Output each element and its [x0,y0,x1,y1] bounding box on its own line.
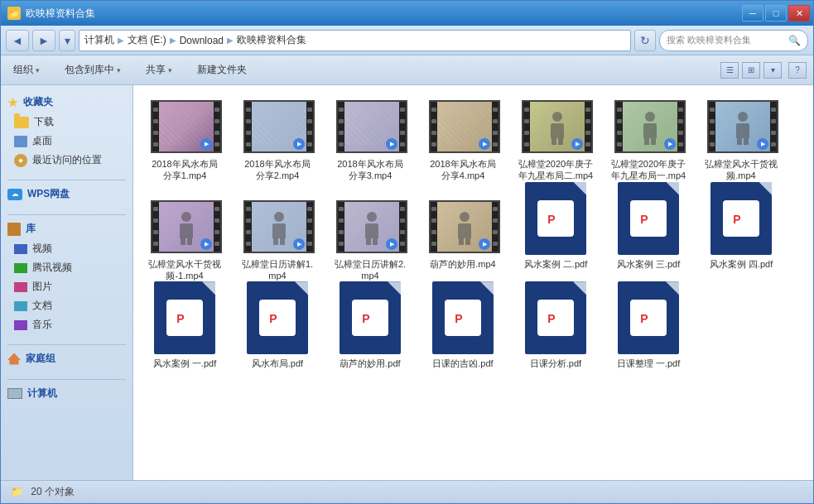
view-options-button[interactable]: ▾ [763,62,782,79]
file-name-label: 风水案例 二.pdf [524,258,587,270]
file-item[interactable]: ▶ 弘樟堂风水干货视频-1.mp4 [143,195,226,286]
file-item[interactable]: ▶ 2018年风水布局 分享2.mp4 [236,95,319,185]
minimize-button[interactable]: ─ [742,5,763,22]
play-icon: ▶ [479,238,490,250]
play-icon: ▶ [200,138,212,150]
file-item[interactable]: P 日课分析.pdf [514,295,597,372]
back-button[interactable]: ◄ [6,30,29,51]
wps-label: WPS网盘 [27,187,70,201]
file-item[interactable]: ▶ 弘樟堂2020年庚子年九星布局一.mp4 [607,95,690,185]
svg-text:P: P [547,312,555,325]
search-icon[interactable]: 🔍 [788,35,801,46]
file-item[interactable]: ▶ 2018年风水布局 分享3.mp4 [329,95,412,185]
wps-header[interactable]: ☁ WPS网盘 [1,184,132,204]
film-strip-left-icon [338,202,344,252]
pdf-thumbnail: P [704,199,778,255]
list-view-button[interactable]: ☰ [720,62,739,79]
library-header[interactable]: 库 [1,218,132,239]
file-item[interactable]: ▶ 2018年风水布局 分享4.mp4 [421,95,504,185]
sidebar-item-pictures[interactable]: 图片 [1,277,132,296]
breadcrumb-item-computer[interactable]: 计算机 [84,33,114,47]
play-icon: ▶ [571,138,583,150]
file-name-label: 日课整理 一.pdf [617,358,680,369]
homegroup-header[interactable]: 家庭组 [1,348,132,369]
divider-3 [7,344,126,345]
close-button[interactable]: ✕ [788,5,810,22]
file-item[interactable]: P 风水案例 四.pdf [700,195,783,286]
file-item[interactable]: ▶ 2018年风水布局 分享1.mp4 [143,95,226,185]
pdf-logo: P [166,300,203,336]
svg-text:P: P [362,312,369,325]
sidebar-item-music[interactable]: 音乐 [1,315,132,334]
video-thumbnail: ▶ [426,98,500,155]
film-strip-left-icon [245,102,252,151]
film-strip-right-icon [492,202,499,252]
library-section: 库 视频 腾讯视频 图片 文档 [1,218,132,334]
file-item[interactable]: P 风水布局.pdf [236,295,319,372]
details-view-button[interactable]: ⊞ [742,62,760,79]
file-item[interactable]: P 风水案例 三.pdf [607,195,690,286]
forward-button[interactable]: ► [32,30,55,51]
dropdown-button[interactable]: ▾ [59,30,75,51]
file-name-label: 2018年风水布局 分享1.mp4 [152,158,217,182]
include-library-button[interactable]: 包含到库中 ▾ [59,60,127,80]
sidebar-item-desktop[interactable]: 桌面 [1,132,132,151]
file-item[interactable]: P 日课整理 一.pdf [607,295,690,372]
refresh-button[interactable]: ↻ [634,30,656,51]
file-grid: ▶ 2018年风水布局 分享1.mp4 ▶ 2018年风水布局 分享2.mp4 [143,95,803,372]
file-item[interactable]: P 日课的吉凶.pdf [421,295,504,372]
pdf-logo: P [630,200,667,237]
share-label: 共享 [146,63,166,77]
file-item[interactable]: P 风水案例 一.pdf [143,295,226,372]
file-name-label: 葫芦的妙用.pdf [340,358,400,369]
sidebar-item-tencent-video[interactable]: 腾讯视频 [1,258,132,277]
sidebar-item-downloads[interactable]: 下载 [1,113,132,132]
documents-icon [14,301,27,311]
file-name-label: 弘樟堂日历讲解1.mp4 [239,258,315,282]
pdf-thumbnail: P [611,298,686,354]
organize-label: 组织 [13,63,33,77]
share-button[interactable]: 共享 ▾ [140,60,178,80]
video-thumbnail: ▶ [147,98,222,155]
address-bar: ◄ ► ▾ 计算机 ▶ 文档 (E:) ▶ Download ▶ 欧映樟资料合集… [1,26,813,55]
file-item[interactable]: P 葫芦的妙用.pdf [329,295,412,372]
file-item[interactable]: ▶ 弘樟堂风水干货视频.mp4 [700,95,783,185]
file-item[interactable]: ▶ 弘樟堂2020年庚子年九星布局二.mp4 [514,95,597,185]
film-strip-right-icon [399,102,406,151]
search-bar[interactable]: 搜索 欧映樟资料合集 🔍 [659,30,808,51]
pdf-logo: P [537,300,574,336]
homegroup-icon [7,353,21,365]
file-item[interactable]: P 风水案例 二.pdf [514,195,597,286]
svg-text:P: P [547,213,555,226]
breadcrumb-item-documents[interactable]: 文档 (E:) [128,33,166,47]
organize-button[interactable]: 组织 ▾ [7,60,46,80]
breadcrumb-item-current[interactable]: 欧映樟资料合集 [237,33,306,47]
pdf-file-icon: P [618,182,679,255]
computer-label: 计算机 [27,386,57,401]
sidebar-item-documents[interactable]: 文档 [1,296,132,315]
video-thumbnail: ▶ [147,199,222,255]
file-item[interactable]: ▶ 葫芦的妙用.mp4 [421,195,504,286]
breadcrumb-item-download[interactable]: Download [180,35,224,46]
play-icon: ▶ [664,138,676,150]
computer-header[interactable]: 计算机 [1,383,132,404]
play-icon: ▶ [757,138,768,150]
file-name-label: 风水案例 一.pdf [153,358,216,369]
pdf-logo: P [259,300,296,336]
title-bar-controls: ─ □ ✕ [742,5,810,22]
divider-4 [7,379,126,380]
file-item[interactable]: ▶ 弘樟堂日历讲解2.mp4 [329,195,412,286]
homegroup-label: 家庭组 [26,352,55,366]
sidebar-item-recent[interactable]: ★ 最近访问的位置 [1,151,132,170]
breadcrumb[interactable]: 计算机 ▶ 文档 (E:) ▶ Download ▶ 欧映樟资料合集 [79,30,631,51]
pdf-thumbnail: P [147,298,222,354]
new-folder-button[interactable]: 新建文件夹 [191,60,253,80]
sidebar-item-video[interactable]: 视频 [1,239,132,258]
favorites-header[interactable]: ★ 收藏夹 [1,92,132,113]
file-item[interactable]: ▶ 弘樟堂日历讲解1.mp4 [236,195,319,286]
pdf-file-icon: P [525,281,586,354]
maximize-button[interactable]: □ [765,5,787,22]
help-button[interactable]: ? [788,62,807,79]
title-bar-left: 📁 欧映樟资料合集 [7,7,95,21]
organize-arrow-icon: ▾ [36,66,40,74]
